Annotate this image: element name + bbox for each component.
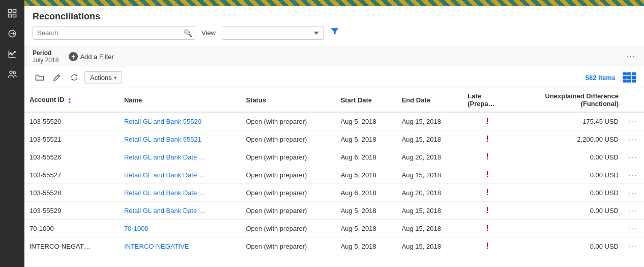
cell-start-date: Aug 6, 2018 [336, 184, 397, 202]
late-icon: ! [486, 135, 488, 143]
cell-late: ! [462, 130, 512, 148]
plus-icon: + [69, 52, 78, 61]
cell-account-id: 103-55528 [24, 184, 119, 202]
cell-unexplained: 0.00 USD [512, 148, 624, 166]
row-actions-icon[interactable]: ··· [629, 242, 638, 250]
cell-end-date: Aug 15, 2018 [397, 112, 463, 130]
cell-account-id: INTERCO-NEGAT… [24, 237, 119, 255]
late-icon: ! [486, 170, 488, 179]
filter-period: Period July 2018 [33, 49, 58, 64]
cell-late: ! [462, 184, 512, 202]
svg-rect-1 [13, 10, 16, 13]
col-unexplained[interactable]: Unexplained Difference(Functional) [512, 88, 624, 112]
svg-rect-2 [9, 14, 12, 17]
svg-rect-3 [13, 14, 16, 17]
col-late[interactable]: Late(Prepa… [462, 88, 512, 112]
search-input[interactable] [33, 26, 195, 40]
cell-unexplained [512, 220, 624, 237]
late-icon: ! [486, 242, 488, 250]
col-end-date[interactable]: End Date [397, 88, 463, 112]
cell-row-actions[interactable]: ··· [624, 184, 644, 202]
col-start-date[interactable]: Start Date [336, 88, 397, 112]
cell-unexplained: 0.00 USD [512, 166, 624, 184]
table-header-row: Account ID ▲ ▼ Name Status Start Date En… [24, 88, 644, 112]
home-icon[interactable] [3, 4, 21, 22]
cell-end-date: Aug 20, 2018 [397, 184, 463, 202]
row-actions-icon[interactable]: ··· [629, 224, 638, 232]
cell-end-date: Aug 15, 2018 [397, 220, 463, 237]
cell-name[interactable]: Retail GL and Bank Date … [119, 184, 241, 202]
transfer-icon[interactable] [3, 24, 21, 43]
add-filter-button[interactable]: + Add a Filter [67, 51, 115, 62]
actions-button[interactable]: Actions ▾ [84, 71, 122, 84]
filter-period-value: July 2018 [33, 57, 58, 64]
people-icon[interactable] [3, 65, 21, 84]
svg-point-8 [10, 71, 12, 73]
search-icon[interactable]: 🔍 [184, 29, 192, 37]
row-actions-icon[interactable]: ··· [629, 135, 638, 143]
edit-icon-button[interactable] [50, 70, 64, 85]
late-icon: ! [486, 188, 488, 197]
late-icon: ! [486, 224, 488, 232]
svg-point-6 [12, 54, 13, 56]
cell-name[interactable]: Retail GL and Bank Date … [119, 166, 241, 184]
chart-icon[interactable] [3, 45, 21, 63]
cell-row-actions[interactable]: ··· [624, 237, 644, 255]
cell-account-id: 103-55521 [24, 130, 119, 148]
cell-row-actions[interactable]: ··· [624, 130, 644, 148]
col-name[interactable]: Name [119, 88, 241, 112]
svg-rect-0 [9, 10, 12, 13]
cell-late: ! [462, 237, 512, 255]
cell-status: Open (with preparer) [241, 148, 335, 166]
cell-row-actions[interactable]: ··· [624, 220, 644, 237]
col-status[interactable]: Status [241, 88, 335, 112]
filter-more-button[interactable]: ··· [626, 52, 636, 61]
late-icon: ! [486, 152, 488, 161]
cell-name[interactable]: Retail GL and Bank 55521 [119, 130, 241, 148]
cell-row-actions[interactable]: ··· [624, 166, 644, 184]
actions-caret-icon: ▾ [114, 75, 116, 81]
cell-name[interactable]: Retail GL and Bank 55520 [119, 112, 241, 130]
cell-name[interactable]: Retail GL and Bank Date … [119, 148, 241, 166]
table-row: 103-55528 Retail GL and Bank Date … Open… [24, 184, 644, 202]
late-icon: ! [486, 206, 488, 215]
row-actions-icon[interactable]: ··· [629, 153, 638, 161]
filter-icon[interactable] [330, 26, 340, 39]
grid-view-button[interactable] [623, 72, 636, 83]
cell-start-date: Aug 5, 2018 [336, 166, 397, 184]
grid-cell [632, 76, 636, 79]
cell-status: Open (with preparer) [241, 202, 335, 220]
cell-start-date: Aug 6, 2018 [336, 148, 397, 166]
table-body: 103-55520 Retail GL and Bank 55520 Open … [24, 112, 644, 255]
cell-name[interactable]: INTERCO-NEGATIVE [119, 237, 241, 255]
svg-point-5 [10, 52, 11, 54]
cell-row-actions[interactable]: ··· [624, 148, 644, 166]
filter-bar: Period July 2018 + Add a Filter ··· [24, 46, 644, 67]
cell-unexplained: 0.00 USD [512, 202, 624, 220]
cell-unexplained: 0.00 USD [512, 237, 624, 255]
cell-name[interactable]: 70-1000 [119, 220, 241, 237]
table-row: INTERCO-NEGAT… INTERCO-NEGATIVE Open (wi… [24, 237, 644, 255]
cell-name[interactable]: Retail GL and Bank Date … [119, 202, 241, 220]
cell-row-actions[interactable]: ··· [624, 112, 644, 130]
cell-end-date: Aug 15, 2018 [397, 237, 463, 255]
row-actions-icon[interactable]: ··· [629, 206, 638, 215]
table-row: 103-55527 Retail GL and Bank Date … Open… [24, 166, 644, 184]
late-icon: ! [486, 117, 488, 125]
view-select[interactable] [222, 26, 324, 40]
row-actions-icon[interactable]: ··· [629, 189, 638, 197]
cell-end-date: Aug 15, 2018 [397, 202, 463, 220]
add-filter-label: Add a Filter [80, 53, 113, 61]
row-actions-icon[interactable]: ··· [629, 117, 638, 125]
cell-row-actions[interactable]: ··· [624, 202, 644, 220]
refresh-icon-button[interactable] [67, 70, 81, 85]
search-row: 🔍 View [33, 26, 636, 40]
grid-cell [627, 76, 631, 79]
col-account-id[interactable]: Account ID ▲ ▼ [24, 88, 119, 112]
cell-status: Open (with preparer) [241, 166, 335, 184]
grid-cell [623, 72, 627, 75]
cell-late: ! [462, 220, 512, 237]
folder-icon-button[interactable] [33, 70, 47, 85]
cell-end-date: Aug 15, 2018 [397, 130, 463, 148]
row-actions-icon[interactable]: ··· [629, 171, 638, 179]
